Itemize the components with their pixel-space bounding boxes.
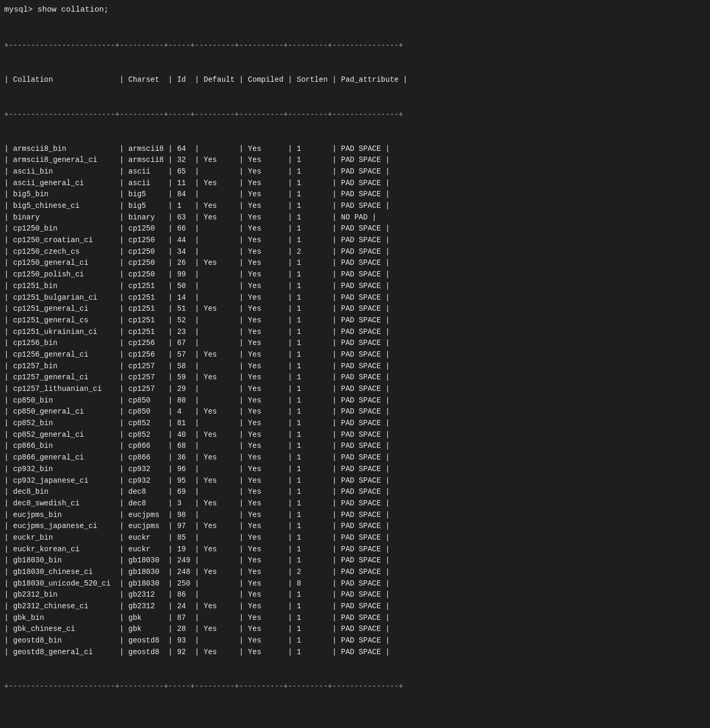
table-row: | cp852_general_ci | cp852 | 40 | Yes | … <box>4 429 706 441</box>
table-row: | cp866_bin | cp866 | 68 | | Yes | 1 | P… <box>4 440 706 452</box>
table-row: | gb18030_chinese_ci | gb18030 | 248 | Y… <box>4 567 706 578</box>
table-row: | dec8_swedish_ci | dec8 | 3 | Yes | Yes… <box>4 498 706 510</box>
table-row: | cp1251_bin | cp1251 | 50 | | Yes | 1 |… <box>4 281 706 292</box>
table-row: | cp1257_general_ci | cp1257 | 59 | Yes … <box>4 372 706 384</box>
table-row: | cp1251_general_cs | cp1251 | 52 | | Ye… <box>4 315 706 327</box>
table-row: | armscii8_general_ci | armscii8 | 32 | … <box>4 155 706 166</box>
table-row: | cp1256_bin | cp1256 | 67 | | Yes | 1 |… <box>4 338 706 349</box>
separator-header: +------------------------+----------+---… <box>4 109 706 121</box>
table-row: | ascii_general_ci | ascii | 11 | Yes | … <box>4 178 706 189</box>
table-row: | cp1257_bin | cp1257 | 58 | | Yes | 1 |… <box>4 361 706 372</box>
table-row: | geostd8_general_ci | geostd8 | 92 | Ye… <box>4 647 706 658</box>
table-row: | cp1250_czech_cs | cp1250 | 34 | | Yes … <box>4 246 706 258</box>
table-row: | cp1251_ukrainian_ci | cp1251 | 23 | | … <box>4 327 706 338</box>
table-row: | eucjpms_bin | eucjpms | 98 | | Yes | 1… <box>4 510 706 521</box>
table-row: | cp852_bin | cp852 | 81 | | Yes | 1 | P… <box>4 418 706 429</box>
table-row: | gb18030_bin | gb18030 | 249 | | Yes | … <box>4 555 706 567</box>
table-row: | big5_bin | big5 | 84 | | Yes | 1 | PAD… <box>4 189 706 200</box>
table-row: | armscii8_bin | armscii8 | 64 | | Yes |… <box>4 143 706 155</box>
table-row: | cp1251_general_ci | cp1251 | 51 | Yes … <box>4 303 706 315</box>
command-line: mysql> show collation; <box>4 5 706 14</box>
terminal-window: mysql> show collation; +----------------… <box>0 0 710 728</box>
table-row: | cp1250_polish_ci | cp1250 | 99 | | Yes… <box>4 269 706 281</box>
table-row: | cp1251_bulgarian_ci | cp1251 | 14 | | … <box>4 292 706 304</box>
separator-top: +------------------------+----------+---… <box>4 40 706 52</box>
table-row: | binary | binary | 63 | Yes | Yes | 1 |… <box>4 212 706 224</box>
table-row: | cp1250_general_ci | cp1250 | 26 | Yes … <box>4 257 706 269</box>
table-row: | gb2312_chinese_ci | gb2312 | 24 | Yes … <box>4 601 706 612</box>
table-row: | ascii_bin | ascii | 65 | | Yes | 1 | P… <box>4 166 706 178</box>
table-row: | cp850_general_ci | cp850 | 4 | Yes | Y… <box>4 406 706 418</box>
table-container: +------------------------+----------+---… <box>4 17 706 715</box>
table-row: | cp932_japanese_ci | cp932 | 95 | Yes |… <box>4 475 706 487</box>
table-row: | cp932_bin | cp932 | 96 | | Yes | 1 | P… <box>4 464 706 475</box>
table-row: | cp850_bin | cp850 | 80 | | Yes | 1 | P… <box>4 395 706 407</box>
table-row: | cp866_general_ci | cp866 | 36 | Yes | … <box>4 452 706 464</box>
table-row: | geostd8_bin | geostd8 | 93 | | Yes | 1… <box>4 635 706 647</box>
table-body: | armscii8_bin | armscii8 | 64 | | Yes |… <box>4 143 706 658</box>
table-row: | dec8_bin | dec8 | 69 | | Yes | 1 | PAD… <box>4 486 706 498</box>
table-row: | gbk_bin | gbk | 87 | | Yes | 1 | PAD S… <box>4 612 706 624</box>
table-row: | gbk_chinese_ci | gbk | 28 | Yes | Yes … <box>4 624 706 635</box>
table-row: | cp1250_croatian_ci | cp1250 | 44 | | Y… <box>4 235 706 246</box>
table-row: | euckr_bin | euckr | 85 | | Yes | 1 | P… <box>4 532 706 544</box>
table-row: | euckr_korean_ci | euckr | 19 | Yes | Y… <box>4 544 706 555</box>
table-row: | cp1250_bin | cp1250 | 66 | | Yes | 1 |… <box>4 223 706 235</box>
table-header: | Collation | Charset | Id | Default | C… <box>4 74 706 86</box>
table-row: | gb18030_unicode_520_ci | gb18030 | 250… <box>4 578 706 590</box>
table-row: | eucjpms_japanese_ci | eucjpms | 97 | Y… <box>4 521 706 532</box>
table-row: | gb2312_bin | gb2312 | 86 | | Yes | 1 |… <box>4 589 706 601</box>
table-row: | cp1256_general_ci | cp1256 | 57 | Yes … <box>4 349 706 361</box>
separator-bottom: +------------------------+----------+---… <box>4 681 706 693</box>
table-row: | cp1257_lithuanian_ci | cp1257 | 29 | |… <box>4 384 706 395</box>
table-row: | big5_chinese_ci | big5 | 1 | Yes | Yes… <box>4 200 706 212</box>
